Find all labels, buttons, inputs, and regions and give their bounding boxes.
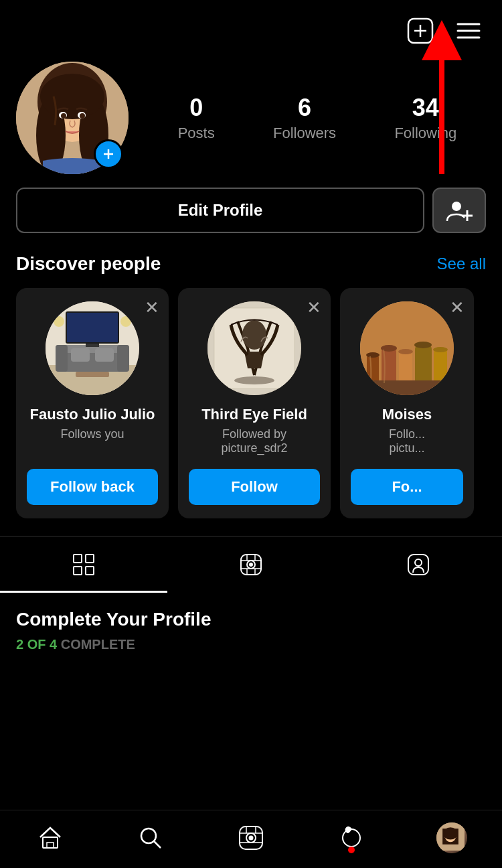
svg-rect-66 (408, 555, 428, 575)
svg-rect-69 (47, 843, 54, 848)
profile-nav-button[interactable] (432, 821, 472, 855)
add-content-button[interactable] (403, 13, 438, 48)
add-friend-button[interactable] (432, 188, 486, 233)
svg-rect-46 (434, 350, 447, 385)
svg-point-59 (250, 563, 252, 566)
discover-card-2: ✕ (178, 288, 331, 518)
following-label: Following (394, 125, 456, 142)
reels-tab[interactable] (167, 536, 335, 593)
svg-rect-29 (117, 345, 129, 372)
svg-rect-30 (71, 348, 90, 362)
svg-rect-56 (86, 567, 94, 575)
close-card-2-button[interactable]: ✕ (307, 297, 321, 318)
card-2-avatar (207, 301, 301, 395)
svg-point-52 (433, 347, 448, 352)
activity-nav-button[interactable] (331, 821, 371, 855)
discover-section: Discover people See all ✕ (0, 246, 502, 529)
svg-point-39 (242, 320, 266, 350)
svg-rect-28 (56, 345, 68, 372)
card-2-name: Third Eye Field (201, 406, 307, 423)
home-nav-button[interactable] (30, 821, 70, 855)
bottom-nav (0, 810, 502, 868)
svg-point-21 (452, 202, 461, 211)
svg-rect-45 (415, 345, 432, 385)
complete-profile-section: Complete Your Profile 2 OF 4 COMPLETE (0, 593, 502, 676)
add-story-button[interactable] (94, 139, 123, 169)
svg-rect-32 (76, 372, 109, 377)
followers-count: 6 (298, 94, 311, 122)
svg-point-51 (414, 342, 432, 348)
header (0, 0, 502, 55)
svg-point-36 (54, 316, 64, 327)
progress-fraction: 2 OF 4 (16, 637, 57, 652)
content-tabs (0, 536, 502, 593)
search-nav-button[interactable] (131, 821, 171, 855)
action-buttons: Edit Profile (0, 188, 502, 246)
svg-rect-44 (399, 352, 412, 385)
svg-rect-53 (74, 555, 82, 563)
svg-point-67 (415, 559, 422, 566)
follow-button-2[interactable]: Follow (189, 469, 320, 505)
svg-rect-54 (86, 555, 94, 563)
svg-rect-35 (86, 344, 99, 347)
svg-rect-31 (95, 348, 114, 362)
svg-point-81 (443, 827, 458, 839)
close-card-1-button[interactable]: ✕ (145, 297, 159, 318)
posts-label: Posts (178, 125, 215, 142)
card-1-name: Fausto Julio Julio (29, 406, 155, 423)
grid-tab[interactable] (0, 536, 167, 593)
see-all-link[interactable]: See all (437, 255, 486, 273)
follow-back-button-1[interactable]: Follow back (27, 469, 158, 505)
discover-card-3: ✕ (340, 288, 474, 518)
svg-point-70 (141, 828, 156, 843)
followers-stat[interactable]: 6 Followers (273, 94, 336, 142)
card-3-sub: Follo...pictu... (389, 427, 425, 457)
svg-point-48 (366, 352, 380, 358)
svg-point-37 (120, 316, 131, 327)
svg-rect-34 (67, 313, 118, 342)
avatar-wrapper (16, 62, 129, 174)
discover-cards: ✕ (16, 288, 486, 518)
svg-point-13 (40, 74, 104, 119)
card-1-avatar (46, 301, 139, 395)
followers-label: Followers (273, 125, 336, 142)
card-3-name: Moises (382, 406, 432, 423)
svg-point-16 (61, 113, 66, 119)
posts-count: 0 (189, 94, 203, 122)
svg-point-40 (234, 376, 274, 384)
hamburger-menu-button[interactable] (451, 13, 486, 48)
follow-button-3[interactable]: Fo... (351, 469, 463, 505)
discover-card-1: ✕ (16, 288, 169, 518)
discover-header: Discover people See all (16, 253, 486, 275)
svg-point-50 (398, 349, 413, 354)
following-stat[interactable]: 34 Following (394, 94, 456, 142)
card-1-sub: Follows you (60, 427, 124, 457)
complete-profile-title: Complete Your Profile (16, 609, 486, 630)
card-3-avatar (360, 301, 454, 395)
posts-stat[interactable]: 0 Posts (178, 94, 215, 142)
card-2-sub: Followed by picture_sdr2 (189, 427, 320, 457)
discover-title: Discover people (16, 253, 161, 275)
tagged-tab[interactable] (335, 536, 502, 593)
reels-nav-button[interactable] (231, 821, 271, 855)
edit-profile-button[interactable]: Edit Profile (16, 188, 424, 233)
profile-section: 0 Posts 6 Followers 34 Following (0, 55, 502, 188)
svg-rect-55 (74, 567, 82, 575)
stats-section: 0 Posts 6 Followers 34 Following (149, 94, 486, 142)
svg-point-74 (250, 837, 253, 840)
progress-label: COMPLETE (61, 637, 135, 652)
svg-rect-47 (360, 380, 454, 395)
svg-line-71 (154, 841, 161, 848)
close-card-3-button[interactable]: ✕ (450, 297, 465, 318)
svg-point-17 (80, 113, 85, 119)
profile-nav-avatar (436, 822, 467, 853)
activity-notification-dot (348, 847, 355, 853)
complete-profile-progress: 2 OF 4 COMPLETE (16, 637, 486, 652)
following-count: 34 (412, 94, 439, 122)
